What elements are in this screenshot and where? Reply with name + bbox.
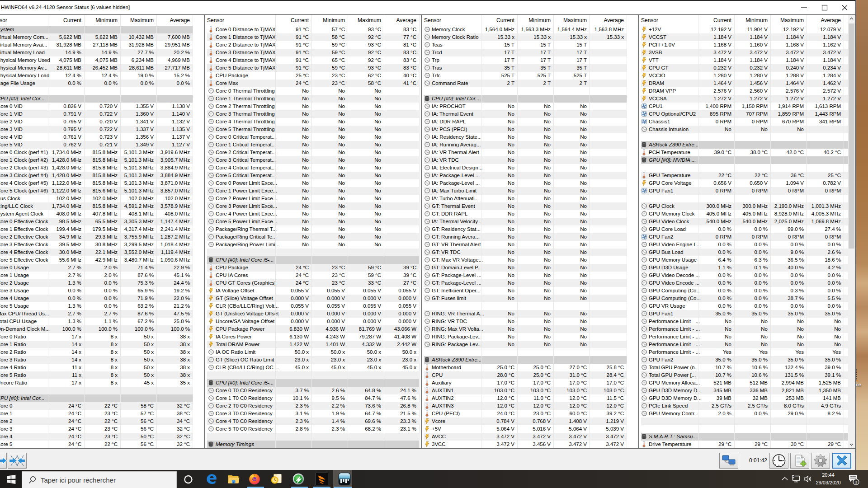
svg-text:3: 3 xyxy=(855,480,857,484)
